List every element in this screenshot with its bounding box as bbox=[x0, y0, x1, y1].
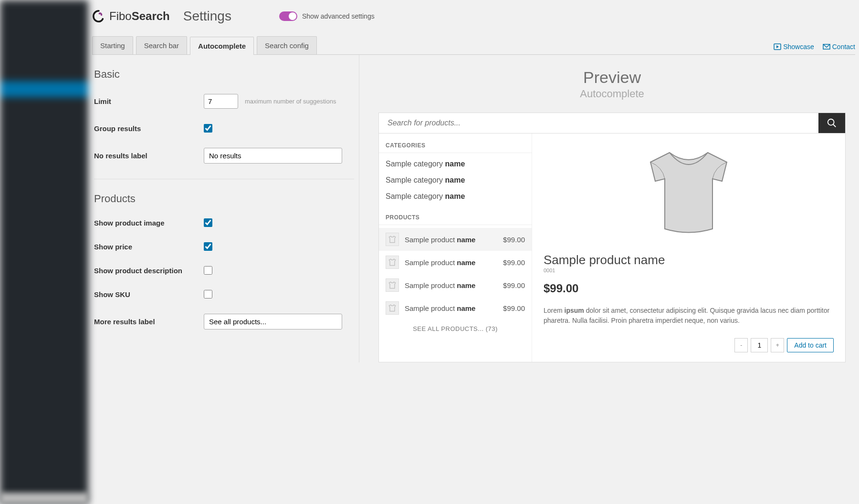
main-content: FiboSearch Settings Show advanced settin… bbox=[88, 0, 859, 504]
tshirt-large-icon bbox=[636, 143, 741, 238]
qty-input[interactable] bbox=[751, 338, 768, 352]
logo-text: FiboSearch bbox=[109, 10, 170, 23]
product-name: Sample product name bbox=[405, 281, 497, 289]
product-thumb bbox=[386, 301, 399, 315]
product-thumb bbox=[386, 233, 399, 246]
results-panel: CATEGORIES Sample category name Sample c… bbox=[378, 134, 846, 362]
qty-decrease-button[interactable]: - bbox=[734, 338, 748, 352]
preview-title: Preview bbox=[378, 68, 846, 87]
showcase-icon bbox=[774, 43, 781, 50]
advanced-toggle-wrap: Show advanced settings bbox=[279, 11, 375, 21]
group-results-label: Group results bbox=[94, 124, 204, 133]
product-thumb bbox=[386, 256, 399, 269]
preview-column: Preview Autocomplete CATEGORIES Sample c… bbox=[359, 55, 855, 362]
limit-input[interactable] bbox=[204, 94, 238, 109]
tabs: Starting Search bar Autocomplete Search … bbox=[92, 36, 317, 54]
product-item[interactable]: Sample product name $99.00 bbox=[379, 274, 532, 297]
category-item[interactable]: Sample category name bbox=[379, 156, 532, 172]
preview-search-bar bbox=[378, 113, 846, 134]
mail-icon bbox=[823, 43, 830, 50]
svg-marker-1 bbox=[776, 45, 779, 48]
show-price-label: Show price bbox=[94, 243, 204, 251]
add-to-cart-button[interactable]: Add to cart bbox=[787, 338, 834, 352]
category-item[interactable]: Sample category name bbox=[379, 188, 532, 205]
tab-search-bar[interactable]: Search bar bbox=[136, 36, 187, 54]
show-image-checkbox[interactable] bbox=[204, 218, 212, 227]
more-results-input[interactable] bbox=[204, 314, 342, 329]
more-results-label-label: More results label bbox=[94, 318, 204, 326]
logo: FiboSearch bbox=[92, 10, 170, 23]
tshirt-icon bbox=[388, 235, 397, 244]
detail-title: Sample product name bbox=[544, 253, 834, 267]
product-price: $99.00 bbox=[503, 281, 525, 289]
show-sku-checkbox[interactable] bbox=[204, 290, 212, 298]
no-results-label-label: No results label bbox=[94, 152, 204, 160]
show-price-checkbox[interactable] bbox=[204, 242, 212, 251]
product-price: $99.00 bbox=[503, 304, 525, 312]
show-desc-checkbox[interactable] bbox=[204, 266, 212, 275]
tshirt-icon bbox=[388, 280, 397, 290]
category-item[interactable]: Sample category name bbox=[379, 172, 532, 188]
limit-label: Limit bbox=[94, 97, 204, 105]
blur-overlay bbox=[0, 493, 88, 504]
detail-sku: 0001 bbox=[544, 267, 834, 273]
group-results-checkbox[interactable] bbox=[204, 124, 212, 133]
svg-point-3 bbox=[828, 119, 834, 125]
detail-description: Lorem ipsum dolor sit amet, consectetur … bbox=[544, 306, 834, 326]
products-heading: PRODUCTS bbox=[379, 212, 532, 225]
section-basic: Basic bbox=[94, 68, 354, 81]
no-results-input[interactable] bbox=[204, 148, 342, 164]
product-price: $99.00 bbox=[503, 258, 525, 267]
tshirt-icon bbox=[388, 303, 397, 313]
tab-search-config[interactable]: Search config bbox=[257, 36, 317, 54]
contact-link[interactable]: Contact bbox=[823, 43, 855, 51]
categories-heading: CATEGORIES bbox=[379, 140, 532, 153]
product-name: Sample product name bbox=[405, 258, 497, 267]
showcase-link[interactable]: Showcase bbox=[774, 43, 814, 51]
advanced-toggle[interactable] bbox=[279, 11, 297, 21]
fibosearch-logo-icon bbox=[92, 10, 105, 23]
detail-image bbox=[636, 143, 741, 238]
product-name: Sample product name bbox=[405, 236, 497, 244]
product-thumb bbox=[386, 278, 399, 292]
show-desc-label: Show product description bbox=[94, 267, 204, 275]
tab-autocomplete[interactable]: Autocomplete bbox=[190, 37, 254, 55]
advanced-toggle-label: Show advanced settings bbox=[302, 12, 375, 20]
product-item[interactable]: Sample product name $99.00 bbox=[379, 297, 532, 319]
divider bbox=[94, 179, 354, 179]
tshirt-icon bbox=[388, 257, 397, 267]
product-item[interactable]: Sample product name $99.00 bbox=[379, 228, 532, 251]
product-price: $99.00 bbox=[503, 236, 525, 244]
product-item[interactable]: Sample product name $99.00 bbox=[379, 251, 532, 274]
settings-column: Basic Limit maximum number of suggestion… bbox=[92, 55, 359, 362]
product-name: Sample product name bbox=[405, 304, 497, 312]
see-all-products[interactable]: SEE ALL PRODUCTS... (73) bbox=[379, 319, 532, 338]
svg-line-4 bbox=[833, 124, 836, 127]
header: FiboSearch Settings Show advanced settin… bbox=[92, 0, 855, 36]
preview-search-button[interactable] bbox=[818, 113, 845, 133]
detail-price: $99.00 bbox=[544, 282, 834, 295]
preview-subtitle: Autocomplete bbox=[378, 88, 846, 100]
section-products: Products bbox=[94, 193, 354, 205]
search-icon bbox=[827, 118, 837, 128]
wp-admin-sidebar bbox=[0, 0, 88, 504]
product-detail: Sample product name 0001 $99.00 Lorem ip… bbox=[532, 134, 845, 362]
show-sku-label: Show SKU bbox=[94, 290, 204, 298]
page-title: Settings bbox=[183, 9, 231, 24]
preview-search-input[interactable] bbox=[379, 113, 818, 133]
limit-hint: maximum number of suggestions bbox=[245, 98, 336, 105]
tab-starting[interactable]: Starting bbox=[92, 36, 133, 54]
show-image-label: Show product image bbox=[94, 219, 204, 227]
qty-increase-button[interactable]: + bbox=[771, 338, 784, 352]
